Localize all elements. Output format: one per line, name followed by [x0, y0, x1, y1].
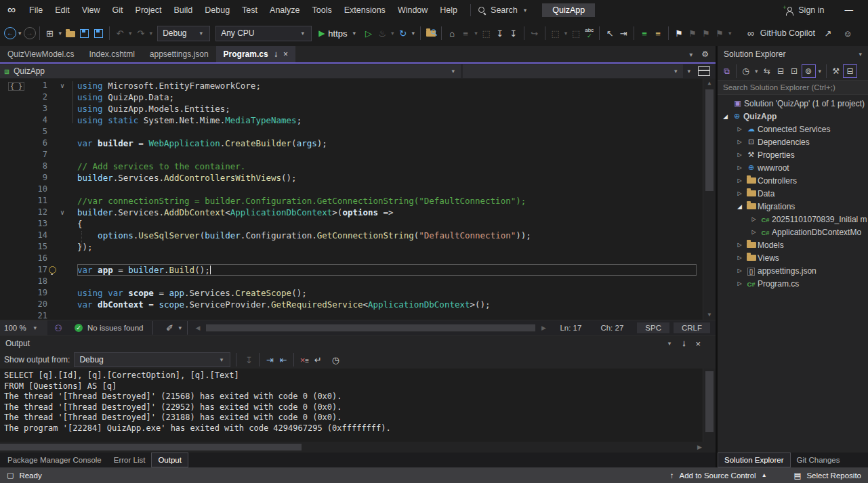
menu-edit[interactable]: Edit — [49, 0, 76, 20]
send-feedback-icon[interactable]: ☺ — [841, 28, 854, 39]
pending-changes-filter-icon[interactable]: ◷ — [739, 66, 752, 76]
chevron-down-icon[interactable]: ▾ — [412, 30, 415, 37]
code-text[interactable]: using Microsoft.EntityFrameworkCore; — [77, 80, 703, 91]
quick-actions-badge-icon[interactable]: { } — [8, 82, 24, 91]
chevron-down-icon[interactable]: ▾ — [564, 30, 568, 37]
output-source-dropdown[interactable]: Debug ▾ — [74, 352, 230, 367]
add-parallel-watch-button[interactable]: ↧ — [507, 28, 520, 39]
tree-item-properties[interactable]: ▷⚒Properties — [718, 148, 868, 161]
zoom-dropdown[interactable]: 100 % ▾ — [0, 320, 47, 335]
code-line-6[interactable]: 6var builder = WebApplication.CreateBuil… — [0, 138, 716, 149]
scroll-right-icon[interactable]: ▶ — [537, 324, 550, 331]
menu-build[interactable]: Build — [167, 0, 199, 20]
window-position-dropdown-icon[interactable]: ▾ — [668, 340, 671, 347]
code-line-20[interactable]: 20var dbContext = scope.ServiceProvider.… — [0, 299, 716, 310]
sync-with-active-document-icon[interactable]: ⊚ — [802, 64, 816, 78]
format-document-button[interactable]: ⇥ — [617, 28, 630, 39]
breakpoint-grid-icon[interactable]: ⬚ — [480, 28, 493, 39]
code-line-3[interactable]: 3using QuizApp.Models.Entities; — [0, 103, 716, 114]
code-line-21[interactable]: 21 — [0, 310, 716, 320]
sync-namespaces-icon[interactable]: ⇆ — [761, 66, 774, 76]
project-name-badge[interactable]: QuizApp — [542, 3, 595, 17]
code-text[interactable] — [77, 126, 703, 138]
code-text[interactable]: using QuizApp.Data; — [77, 91, 703, 103]
find-in-files-button[interactable] — [424, 28, 438, 39]
window-layout-button[interactable]: ≡ — [459, 28, 472, 39]
scroll-right-icon[interactable]: ▶ — [697, 444, 702, 450]
expander-closed-icon[interactable]: ▷ — [735, 177, 745, 184]
menu-debug[interactable]: Debug — [199, 0, 236, 20]
code-text[interactable]: using var scope = app.Services.CreateSco… — [77, 287, 703, 299]
sidebar-tab-git-changes[interactable]: Git Changes — [791, 453, 846, 467]
expander-closed-icon[interactable]: ▷ — [735, 139, 745, 145]
expander-closed-icon[interactable]: ▷ — [735, 165, 745, 171]
share-feedback-icon[interactable]: ↗ — [821, 28, 835, 39]
clear-bookmarks-button[interactable]: ⚑ — [713, 28, 726, 39]
editor-options-gear-icon[interactable]: ⚙ — [701, 49, 709, 59]
expander-closed-icon[interactable]: ▷ — [735, 255, 745, 261]
menu-view[interactable]: View — [76, 0, 106, 20]
previous-bookmark-button[interactable]: ⚑ — [686, 28, 699, 39]
code-text[interactable]: using static System.Net.Mime.MediaTypeNa… — [77, 114, 703, 126]
document-health-icon[interactable]: ⚇ — [51, 323, 65, 333]
code-text[interactable] — [77, 253, 703, 264]
editor-vertical-scrollbar[interactable]: ▲ ▼ — [703, 79, 716, 320]
select-pointer-button[interactable]: ↖ — [603, 28, 617, 39]
menu-test[interactable]: Test — [236, 0, 264, 20]
output-horizontal-scrollbar[interactable]: ▶ — [0, 442, 703, 453]
code-line-11[interactable]: 11//var connectionString = builder.Confi… — [0, 195, 716, 207]
toggle-bookmark-button[interactable]: ⚑ — [672, 28, 686, 39]
expander-closed-icon[interactable]: ▷ — [735, 242, 745, 248]
preview-selected-items-icon[interactable]: ⊟ — [843, 64, 857, 78]
line-ending-indicator[interactable]: CRLF — [674, 322, 710, 333]
code-cleanup-icon[interactable]: ✐ — [163, 323, 176, 333]
tree-item-solution-quizapp-1-of-1-project-[interactable]: ▣Solution 'QuizApp' (1 of 1 project) — [718, 97, 868, 110]
close-tab-icon[interactable]: × — [283, 49, 288, 59]
code-text[interactable]: builder.Services.AddDbContext<Applicatio… — [77, 207, 703, 218]
tree-item-20251101070839-initial-m[interactable]: ▷C#20251101070839_Initial m — [718, 213, 868, 226]
tree-item-appsettings-json[interactable]: ▷{}appsettings.json — [718, 264, 868, 277]
scroll-down-icon[interactable]: ▼ — [703, 310, 716, 320]
numbered-list-button[interactable]: ≡ — [651, 28, 665, 39]
scroll-up-icon[interactable]: ▲ — [703, 79, 716, 88]
tab-index.cshtml[interactable]: Index.cshtml — [81, 46, 142, 62]
tree-item-dependencies[interactable]: ▷⊡Dependencies — [718, 135, 868, 148]
fold-collapse-icon[interactable]: ∨ — [47, 80, 77, 91]
document-list-dropdown-icon[interactable]: ▾ — [689, 51, 693, 58]
hot-reload-button[interactable]: ♨ — [375, 28, 389, 39]
sort-lines-button[interactable]: ≡ — [638, 28, 651, 39]
save-all-button[interactable] — [94, 29, 103, 38]
select-repository-button[interactable]: Select Reposito — [806, 471, 861, 480]
menu-tools[interactable]: Tools — [306, 0, 338, 20]
redo-button[interactable]: ↷ — [134, 28, 148, 39]
code-text[interactable]: var dbContext = scope.ServiceProvider.Ge… — [77, 299, 703, 310]
code-line-1[interactable]: { }1∨using Microsoft.EntityFrameworkCore… — [0, 80, 716, 91]
code-line-17[interactable]: 17var app = builder.Build(); — [0, 264, 716, 276]
panel-tab-error-list[interactable]: Error List — [108, 453, 152, 467]
new-project-button[interactable]: ⊞ — [43, 28, 57, 39]
word-wrap-icon[interactable]: ↵ — [311, 355, 325, 365]
code-text[interactable]: //var connectionString = builder.Configu… — [77, 195, 703, 207]
scrollbar-thumb[interactable] — [0, 444, 302, 450]
next-bookmark-button[interactable]: ⚑ — [699, 28, 713, 39]
timestamp-icon[interactable]: ◷ — [329, 355, 342, 365]
line-indicator[interactable]: Ln: 17 — [550, 324, 591, 332]
background-tasks-icon[interactable]: ▢ — [7, 471, 14, 480]
tree-item-views[interactable]: ▷Views — [718, 251, 868, 264]
window-position-dropdown-icon[interactable]: ▾ — [859, 51, 862, 58]
open-file-button[interactable] — [66, 31, 75, 37]
solution-explorer-search-input[interactable]: Search Solution Explorer (Ctrl+;) — [718, 80, 868, 95]
chevron-down-icon[interactable]: ▾ — [755, 68, 758, 75]
tree-item-controllers[interactable]: ▷Controllers — [718, 174, 868, 187]
code-text[interactable]: // Add services to the container. — [77, 161, 703, 172]
chevron-down-icon[interactable]: ▾ — [819, 68, 822, 75]
navigate-forward-button[interactable]: → — [24, 27, 36, 39]
close-panel-icon[interactable]: × — [695, 339, 701, 349]
chevron-down-icon[interactable]: ▾ — [391, 30, 394, 37]
tree-item-applicationdbcontextmo[interactable]: ▷C#ApplicationDbContextMo — [718, 226, 868, 238]
code-line-8[interactable]: 8// Add services to the container. — [0, 161, 716, 172]
sign-in-button[interactable]: + Sign in — [785, 5, 824, 15]
output-vertical-scrollbar[interactable] — [703, 369, 716, 442]
solution-platforms-dropdown[interactable]: Any CPU▾ — [215, 26, 312, 41]
code-line-16[interactable]: 16 — [0, 253, 716, 264]
